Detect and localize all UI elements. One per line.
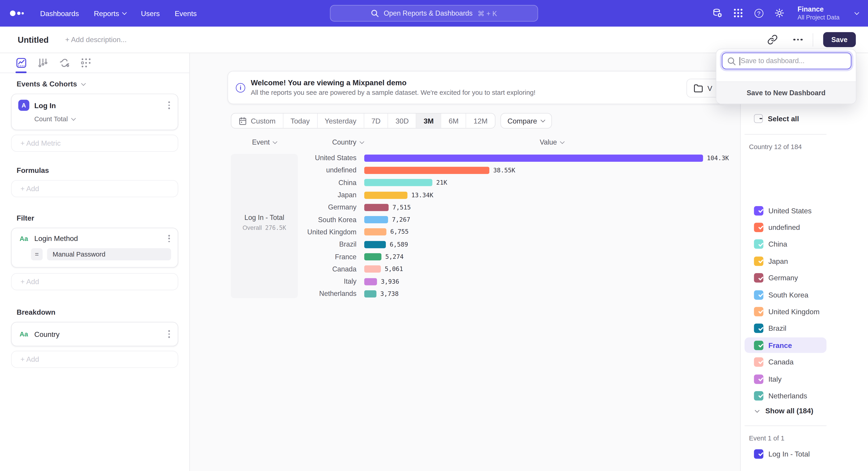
global-search-button[interactable]: Open Reports & Dashboards ⌘ + K <box>330 5 538 22</box>
date-range-yesterday[interactable]: Yesterday <box>317 114 364 128</box>
legend-label: Germany <box>768 274 798 282</box>
bar-segment[interactable] <box>364 278 377 285</box>
legend-item-italy[interactable]: Italy <box>745 371 827 387</box>
bar-segment[interactable] <box>364 154 703 161</box>
checked-checkbox-icon[interactable] <box>754 240 764 249</box>
legend-item-south-korea[interactable]: South Korea <box>745 287 827 303</box>
filter-kebab-icon[interactable] <box>167 234 171 243</box>
bar-segment[interactable] <box>364 204 389 211</box>
breakdown-property-name[interactable]: Country <box>34 330 60 338</box>
checked-checkbox-icon[interactable] <box>754 449 764 459</box>
checked-checkbox-icon[interactable] <box>754 206 764 215</box>
date-range-30d[interactable]: 30D <box>388 114 416 128</box>
show-all-button[interactable]: Show all (184) <box>749 407 813 415</box>
legend-item-undefined[interactable]: undefined <box>745 220 827 235</box>
column-header-country[interactable]: Country <box>332 139 363 146</box>
checked-checkbox-icon[interactable] <box>754 324 764 333</box>
bar-segment[interactable] <box>364 241 386 248</box>
filter-card-login-method[interactable]: Aa Login Method = Manual Password <box>11 228 178 268</box>
checked-checkbox-icon[interactable] <box>754 307 764 317</box>
column-header-event[interactable]: Event <box>231 139 298 146</box>
nav-item-events[interactable]: Events <box>175 9 197 18</box>
event-series-panel[interactable]: Log In - Total Overall 276.5K <box>231 154 298 298</box>
save-to-new-dashboard-button[interactable]: Save to New Dashboard <box>716 82 856 104</box>
bar-segment[interactable] <box>364 266 381 273</box>
save-dashboard-search-input[interactable]: Save to dashboard... <box>722 53 851 69</box>
checked-checkbox-icon[interactable] <box>754 391 764 401</box>
date-range-segmented-control: CustomTodayYesterday7D30D3M6M12M <box>231 113 495 129</box>
help-icon[interactable]: ? <box>754 9 763 18</box>
filter-value[interactable]: Manual Password <box>47 248 171 261</box>
checked-checkbox-icon[interactable] <box>754 290 764 299</box>
settings-gear-icon[interactable] <box>774 8 784 18</box>
nav-item-reports[interactable]: Reports <box>94 9 126 18</box>
legend-item-germany[interactable]: Germany <box>745 270 827 286</box>
checked-checkbox-icon[interactable] <box>754 223 764 232</box>
select-all-checkbox[interactable]: Select all <box>749 114 799 123</box>
metric-kebab-icon[interactable] <box>167 100 171 110</box>
legend-item-brazil[interactable]: Brazil <box>745 321 827 336</box>
nav-item-users[interactable]: Users <box>141 9 160 18</box>
metric-aggregation-selector[interactable]: Count Total <box>34 115 171 123</box>
legend-item-united-states[interactable]: United States <box>745 203 827 218</box>
date-range-today[interactable]: Today <box>283 114 317 128</box>
legend-item-netherlands[interactable]: Netherlands <box>745 388 827 404</box>
data-management-icon[interactable] <box>712 8 722 18</box>
metric-event-name[interactable]: Log In <box>34 101 56 110</box>
bar-segment[interactable] <box>364 192 407 199</box>
legend-item-log-in---total[interactable]: Log In - Total <box>745 446 827 462</box>
copy-link-icon[interactable] <box>767 34 778 45</box>
checked-checkbox-icon[interactable] <box>754 357 764 367</box>
report-title[interactable]: Untitled <box>18 35 49 45</box>
bar-segment[interactable] <box>364 290 376 297</box>
bar-segment[interactable] <box>364 179 432 186</box>
chevron-down-icon[interactable] <box>855 10 859 15</box>
tab-flows[interactable] <box>80 57 91 68</box>
filter-operator[interactable]: = <box>31 248 42 261</box>
legend-item-china[interactable]: China <box>745 237 827 252</box>
metric-card-log-in[interactable]: A Log In Count Total <box>11 94 178 130</box>
checked-checkbox-icon[interactable] <box>754 374 764 384</box>
tab-retention[interactable] <box>59 57 70 68</box>
tab-insights[interactable] <box>16 57 27 68</box>
legend-item-canada[interactable]: Canada <box>745 354 827 370</box>
add-description-button[interactable]: + Add description... <box>65 35 127 44</box>
date-range-6m[interactable]: 6M <box>441 114 466 128</box>
add-breakdown-button[interactable]: + Add <box>11 351 178 368</box>
add-filter-button[interactable]: + Add <box>11 273 178 291</box>
bar-segment[interactable] <box>364 229 386 236</box>
events-cohorts-header[interactable]: Events & Cohorts <box>17 80 178 88</box>
checked-checkbox-icon[interactable] <box>754 341 764 350</box>
date-range-7d[interactable]: 7D <box>364 114 388 128</box>
bar-segment[interactable] <box>364 216 388 223</box>
project-selector[interactable]: Finance All Project Data <box>798 6 839 21</box>
nav-item-dashboards[interactable]: Dashboards <box>40 9 79 18</box>
date-range-12m[interactable]: 12M <box>466 114 495 128</box>
bar-segment[interactable] <box>364 167 489 174</box>
legend-item-united-kingdom[interactable]: United Kingdom <box>745 304 827 319</box>
compare-button[interactable]: Compare <box>500 113 552 129</box>
filter-property-name[interactable]: Login Method <box>34 234 78 243</box>
checked-checkbox-icon[interactable] <box>754 273 764 283</box>
add-metric-button[interactable]: + Add Metric <box>11 135 178 152</box>
date-range-custom[interactable]: Custom <box>231 114 283 128</box>
add-formula-button[interactable]: + Add <box>11 180 178 197</box>
tab-funnels[interactable] <box>37 57 48 68</box>
save-button[interactable]: Save <box>823 32 856 47</box>
column-header-value[interactable]: Value <box>540 139 564 146</box>
checked-checkbox-icon[interactable] <box>754 257 764 266</box>
breakdown-kebab-icon[interactable] <box>167 329 171 339</box>
bar-value-label: 6,755 <box>391 229 409 236</box>
more-actions-icon[interactable] <box>794 39 802 41</box>
legend-label: South Korea <box>768 291 808 299</box>
legend-sidebar: Linear Bar Search Select all Country 12 … <box>740 53 868 471</box>
chevron-down-icon <box>273 139 277 144</box>
legend-label: undefined <box>768 223 800 232</box>
bar-segment[interactable] <box>364 253 381 260</box>
mixpanel-logo-icon[interactable] <box>10 11 24 16</box>
apps-grid-icon[interactable] <box>733 8 743 18</box>
date-range-3m[interactable]: 3M <box>416 114 441 128</box>
legend-item-france[interactable]: France <box>745 337 827 353</box>
legend-item-japan[interactable]: Japan <box>745 254 827 269</box>
breakdown-card-country[interactable]: Aa Country <box>11 322 178 346</box>
